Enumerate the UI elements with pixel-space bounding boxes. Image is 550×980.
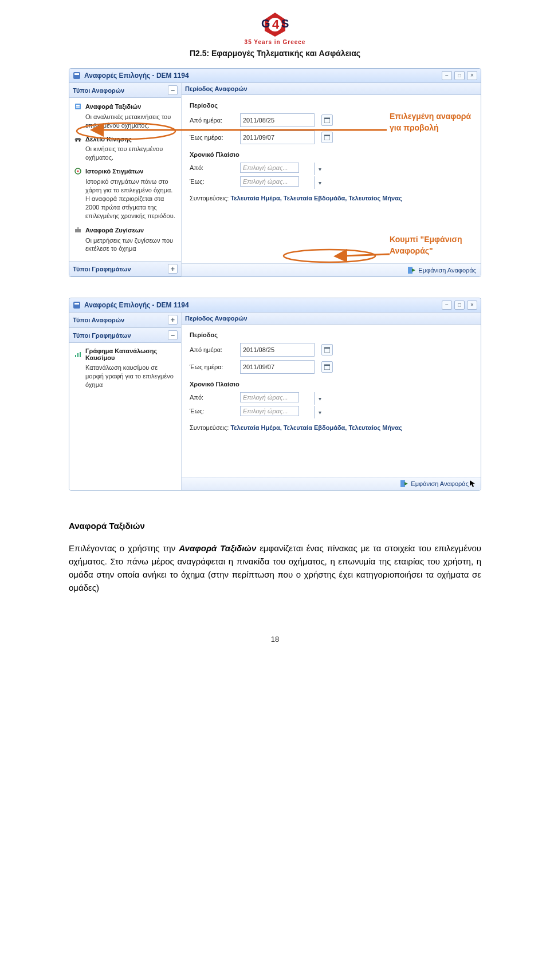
svg-marker-38 <box>470 480 475 487</box>
report-types-label: Τύποι Αναφορών <box>73 87 124 94</box>
report-type-movement[interactable]: Δελτίο Κίνησης Οι κινήσεις του επιλεγμέν… <box>74 136 176 162</box>
svg-rect-8 <box>76 106 80 108</box>
to-date-input[interactable]: 2011/09/07 <box>240 131 315 144</box>
report-type-history[interactable]: Ιστορικό Στιγμάτων Ιστορικό στιγμάτων πά… <box>74 167 176 220</box>
from-time-select[interactable]: Επιλογή ώρας... ▾ <box>240 392 325 402</box>
svg-marker-20 <box>412 268 415 272</box>
close-button[interactable]: × <box>467 71 477 80</box>
shortcuts-row: Συντομεύσεις: Τελευταία Ημέρα, Τελευταία… <box>190 424 473 431</box>
calendar-icon[interactable] <box>321 344 333 355</box>
from-date-label: Από ημέρα: <box>190 117 235 124</box>
report-type-title: Αναφορά Ταξιδιών <box>85 103 141 110</box>
expand-icon[interactable]: + <box>168 264 178 274</box>
report-type-title: Δελτίο Κίνησης <box>85 136 132 143</box>
chart-types-header[interactable]: Τύποι Γραφημάτων + <box>69 261 181 276</box>
titlebar: Αναφορές Επιλογής - DEM 1194 − □ × <box>69 298 481 313</box>
chevron-down-icon: ▾ <box>314 392 325 405</box>
report-icon <box>74 102 82 110</box>
window-icon <box>73 72 81 80</box>
body-paragraph: Επιλέγοντας ο χρήστης την Αναφορά Ταξιδι… <box>69 542 481 595</box>
chart-icon <box>74 350 82 358</box>
report-types-header[interactable]: Τύποι Αναφορών − <box>69 83 181 98</box>
chart-types-header[interactable]: Τύποι Γραφημάτων − <box>69 327 181 343</box>
shortcuts-links[interactable]: Τελευταία Ημέρα, Τελευταία Εβδομάδα, Τελ… <box>230 195 402 201</box>
collapse-icon[interactable]: − <box>168 85 178 95</box>
show-report-button[interactable]: Εμφάνιση Αναφοράς <box>407 266 476 274</box>
document-title: Π2.5: Εφαρμογές Τηλεματικής και Ασφάλεια… <box>69 49 481 58</box>
app-window-2: Αναφορές Επιλογής - DEM 1194 − □ × Τύποι… <box>69 298 481 491</box>
svg-text:4: 4 <box>272 17 280 31</box>
report-type-travel[interactable]: Αναφορά Ταξιδιών Οι αναλυτικές μετακινήσ… <box>74 102 176 130</box>
to-time-label: Έως: <box>190 408 235 414</box>
window-title: Αναφορές Επιλογής - DEM 1194 <box>84 301 189 309</box>
to-time-select[interactable]: Επιλογή ώρας... ▾ <box>240 406 325 416</box>
titlebar: Αναφορές Επιλογής - DEM 1194 − □ × <box>69 69 481 83</box>
svg-text:G: G <box>261 17 270 30</box>
show-report-label: Εμφάνιση Αναφοράς <box>418 267 476 274</box>
svg-point-9 <box>76 140 77 141</box>
to-date-input[interactable]: 2011/09/07 <box>240 360 315 374</box>
calendar-icon[interactable] <box>321 361 333 373</box>
svg-rect-36 <box>400 480 405 487</box>
svg-rect-4 <box>73 72 80 79</box>
report-type-weighing[interactable]: Αναφορά Ζυγίσεων Οι μετρήσεις των ζυγίσε… <box>74 226 176 254</box>
chart-types-label: Τύποι Γραφημάτων <box>73 266 131 272</box>
report-type-desc: Οι μετρήσεις των ζυγίσεων που εκτέλεσε τ… <box>85 236 176 254</box>
svg-point-10 <box>79 140 81 141</box>
report-type-title: Ιστορικό Στιγμάτων <box>85 168 143 175</box>
annotation-show-button: Κουμπί "Εμφάνιση Αναφοράς" <box>390 234 481 256</box>
select-placeholder: Επιλογή ώρας... <box>240 392 299 402</box>
period-header-label: Περίοδος Αναφορών <box>185 85 247 92</box>
svg-rect-14 <box>77 227 79 229</box>
maximize-button[interactable]: □ <box>454 301 465 310</box>
report-run-icon <box>407 266 415 274</box>
body-heading: Αναφορά Ταξιδιών <box>69 519 481 532</box>
show-report-button[interactable]: Εμφάνιση Αναφοράς <box>400 480 476 488</box>
chevron-down-icon: ▾ <box>314 163 325 175</box>
minimize-button[interactable]: − <box>442 301 452 310</box>
minimize-button[interactable]: − <box>442 71 452 80</box>
calendar-icon[interactable] <box>321 132 333 143</box>
annotation-selected-report: Επιλεγμένη αναφορά για προβολή <box>390 111 481 133</box>
calendar-icon[interactable] <box>321 114 333 126</box>
period-header-label: Περίοδος Αναφορών <box>185 315 247 322</box>
from-time-select[interactable]: Επιλογή ώρας... ▾ <box>240 163 325 173</box>
svg-marker-37 <box>404 482 408 485</box>
chart-types-label: Τύποι Γραφημάτων <box>73 332 131 339</box>
period-section-label: Περίοδος <box>190 331 473 338</box>
shortcuts-links[interactable]: Τελευταία Ημέρα, Τελευταία Εβδομάδα, Τελ… <box>230 424 402 431</box>
chart-type-desc: Κατανάλωση καυσίμου σε μορφή γραφή για τ… <box>85 363 176 389</box>
report-types-label: Τύποι Αναφορών <box>73 317 124 323</box>
from-date-input[interactable]: 2011/08/25 <box>240 113 315 127</box>
expand-icon[interactable]: + <box>168 315 178 325</box>
window-title: Αναφορές Επιλογής - DEM 1194 <box>84 72 189 80</box>
svg-rect-27 <box>73 302 80 309</box>
svg-rect-18 <box>324 135 330 136</box>
chart-type-fuel[interactable]: Γράφημα Κατανάλωσης Καυσίμου Κατανάλωση … <box>74 347 176 389</box>
chevron-down-icon: ▾ <box>314 176 325 189</box>
close-button[interactable]: × <box>467 301 477 310</box>
report-types-header[interactable]: Τύποι Αναφορών + <box>69 313 181 327</box>
logo: G 4 S 35 Years in Greece <box>69 11 481 45</box>
select-placeholder: Επιλογή ώρας... <box>240 163 299 173</box>
svg-rect-13 <box>75 229 81 232</box>
maximize-button[interactable]: □ <box>454 71 465 80</box>
svg-rect-19 <box>408 267 412 274</box>
from-date-input[interactable]: 2011/08/25 <box>240 343 315 357</box>
page-number: 18 <box>69 635 481 643</box>
svg-text:S: S <box>281 17 289 30</box>
shortcuts-label: Συντομεύσεις: <box>190 424 230 431</box>
collapse-icon[interactable]: − <box>168 330 178 340</box>
svg-point-12 <box>77 171 79 172</box>
to-time-label: Έως: <box>190 178 235 185</box>
svg-rect-29 <box>75 355 76 357</box>
to-time-select[interactable]: Επιλογή ώρας... ▾ <box>240 176 325 187</box>
from-time-label: Από: <box>190 394 235 401</box>
report-run-icon <box>400 480 408 488</box>
period-section-label: Περίοδος <box>190 102 473 109</box>
car-icon <box>74 136 82 143</box>
svg-rect-5 <box>74 73 79 75</box>
window-icon <box>73 301 81 309</box>
scale-icon <box>74 226 82 234</box>
select-placeholder: Επιλογή ώρας... <box>240 176 299 187</box>
